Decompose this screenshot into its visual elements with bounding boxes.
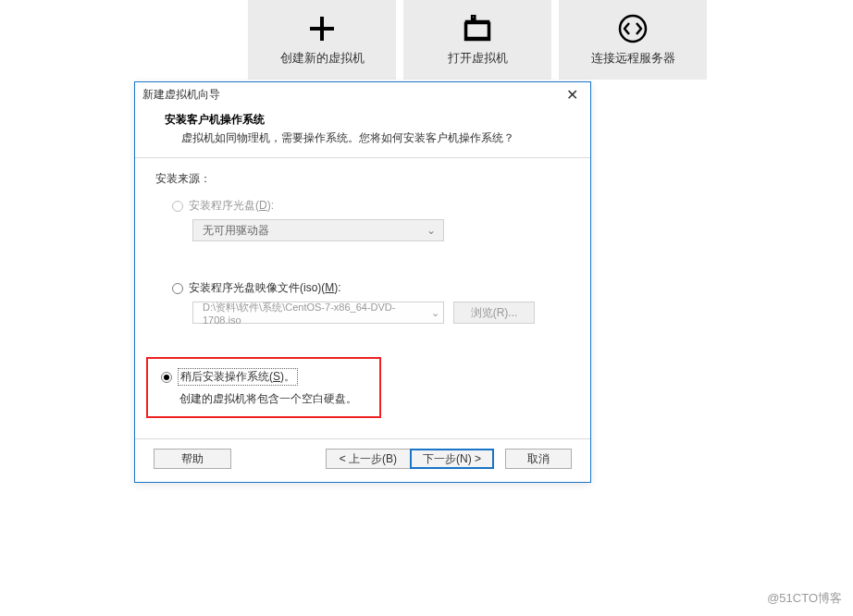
radio-install-later[interactable] <box>161 372 172 383</box>
connect-icon <box>617 13 649 44</box>
svg-rect-0 <box>465 23 489 40</box>
tile-label: 打开虚拟机 <box>448 50 508 67</box>
header-description: 虚拟机如同物理机，需要操作系统。您将如何安装客户机操作系统？ <box>165 130 574 146</box>
open-vm-tile[interactable]: 打开虚拟机 <box>403 0 551 80</box>
option-iso-file: 安装程序光盘映像文件(iso)(M): D:\资料\软件\系统\CentOS-7… <box>155 280 570 324</box>
connect-remote-tile[interactable]: 连接远程服务器 <box>559 0 707 80</box>
dropdown-value: 无可用驱动器 <box>203 223 269 239</box>
tile-label: 连接远程服务器 <box>591 50 675 67</box>
watermark: @51CTO博客 <box>767 590 842 607</box>
folder-open-icon <box>461 13 494 44</box>
back-button[interactable]: < 上一步(B) <box>326 449 410 469</box>
install-later-description: 创建的虚拟机将包含一个空白硬盘。 <box>161 391 368 407</box>
dialog-header: 安装客户机操作系统 虚拟机如同物理机，需要操作系统。您将如何安装客户机操作系统？ <box>135 105 590 157</box>
iso-path-combo[interactable]: D:\资料\软件\系统\CentOS-7-x86_64-DVD-1708.iso… <box>192 302 444 324</box>
create-new-vm-tile[interactable]: 创建新的虚拟机 <box>248 0 396 80</box>
radio-disc-label: 安装程序光盘(D): <box>189 198 274 214</box>
radio-install-later-label: 稍后安装操作系统(S)。 <box>178 368 298 386</box>
option-install-later-highlight: 稍后安装操作系统(S)。 创建的虚拟机将包含一个空白硬盘。 <box>146 357 381 418</box>
chevron-down-icon: ⌄ <box>425 224 438 237</box>
close-button[interactable]: ✕ <box>559 87 585 104</box>
cancel-button[interactable]: 取消 <box>505 449 572 469</box>
radio-iso-label: 安装程序光盘映像文件(iso)(M): <box>189 280 341 296</box>
radio-iso[interactable] <box>172 283 183 294</box>
help-button[interactable]: 帮助 <box>154 449 231 469</box>
dialog-title: 新建虚拟机向导 <box>142 87 220 103</box>
header-title: 安装客户机操作系统 <box>165 112 574 128</box>
iso-path-value: D:\资料\软件\系统\CentOS-7-x86_64-DVD-1708.iso <box>203 301 431 326</box>
browse-button[interactable]: 浏览(R)... <box>453 302 535 324</box>
install-source-label: 安装来源： <box>155 171 570 187</box>
tile-label: 创建新的虚拟机 <box>280 50 365 67</box>
plus-icon <box>306 13 338 44</box>
chevron-down-icon: ⌄ <box>431 307 439 319</box>
new-vm-wizard-dialog: 新建虚拟机向导 ✕ 安装客户机操作系统 虚拟机如同物理机，需要操作系统。您将如何… <box>134 81 591 483</box>
close-icon: ✕ <box>566 86 578 104</box>
dialog-titlebar: 新建虚拟机向导 ✕ <box>135 82 590 105</box>
option-installer-disc: 安装程序光盘(D): 无可用驱动器 ⌄ <box>155 198 570 241</box>
radio-disc[interactable] <box>172 201 183 212</box>
disc-drive-dropdown[interactable]: 无可用驱动器 ⌄ <box>192 219 444 241</box>
main-action-tiles: 创建新的虚拟机 打开虚拟机 连接远程服务器 <box>248 0 707 80</box>
dialog-body: 安装来源： 安装程序光盘(D): 无可用驱动器 ⌄ 安装程 <box>135 158 590 438</box>
next-button[interactable]: 下一步(N) > <box>410 449 494 469</box>
dialog-footer: 帮助 < 上一步(B) 下一步(N) > 取消 <box>135 439 590 482</box>
